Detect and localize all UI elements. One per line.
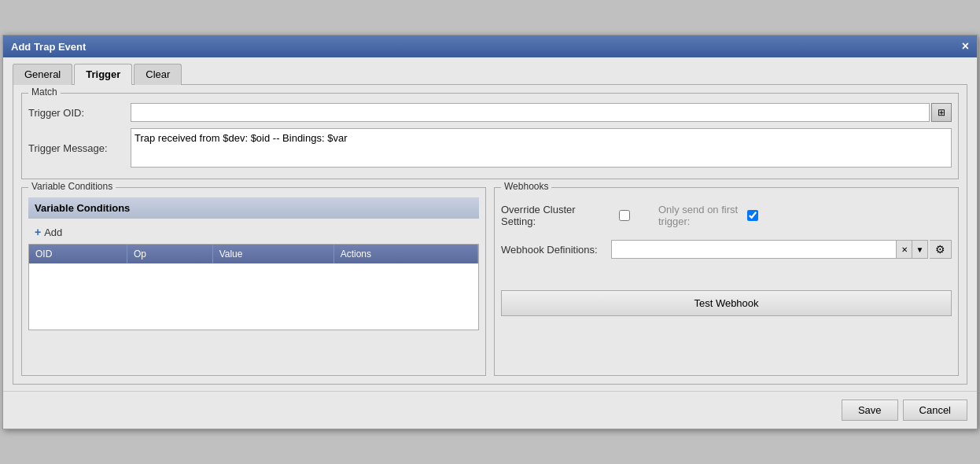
webhook-api-button[interactable]: ⚙ xyxy=(930,240,952,259)
api-icon: ⚙ xyxy=(935,243,945,256)
trigger-oid-input[interactable] xyxy=(131,103,930,122)
tab-clear[interactable]: Clear xyxy=(134,64,182,85)
vc-table-container: OID Op Value Actions xyxy=(28,244,479,330)
vc-section: Variable Conditions Variable Conditions … xyxy=(21,187,486,376)
override-cluster-row: Override ClusterSetting: Only send on fi… xyxy=(501,204,952,227)
save-button[interactable]: Save xyxy=(842,400,898,421)
only-first-trigger-group: Only send on firsttrigger: xyxy=(658,204,758,227)
add-trap-event-dialog: Add Trap Event × General Trigger Clear M… xyxy=(2,35,978,429)
tab-content: Match Trigger OID: ⊞ Trigger Message: xyxy=(13,84,967,385)
tab-trigger[interactable]: Trigger xyxy=(74,64,132,85)
vc-header: Variable Conditions xyxy=(28,197,479,219)
trigger-message-row: Trigger Message: xyxy=(28,128,952,168)
two-panels: Variable Conditions Variable Conditions … xyxy=(21,187,959,376)
dialog-body: General Trigger Clear Match Trigger OID: xyxy=(3,57,977,391)
only-first-trigger-label: Only send on firsttrigger: xyxy=(658,204,738,227)
dialog-footer: Save Cancel xyxy=(3,391,977,429)
add-condition-button[interactable]: + Add xyxy=(28,223,68,241)
col-op: Op xyxy=(127,245,213,263)
browse-icon: ⊞ xyxy=(938,107,945,118)
wh-section: Webhooks Override ClusterSetting: On xyxy=(494,187,959,376)
x-icon: ✕ xyxy=(901,245,908,254)
override-cluster-checkbox-group xyxy=(619,210,630,221)
webhooks-panel: Webhooks Override ClusterSetting: On xyxy=(494,187,959,376)
tabs-bar: General Trigger Clear xyxy=(13,64,967,85)
only-first-trigger-checkbox[interactable] xyxy=(747,210,758,221)
trigger-oid-label: Trigger OID: xyxy=(28,107,131,119)
webhook-def-input-group: ✕ ▼ ⚙ xyxy=(611,240,952,259)
webhook-def-row: Webhook Definitions: ✕ ▼ xyxy=(501,240,952,259)
vc-table: OID Op Value Actions xyxy=(29,245,478,263)
override-cluster-label: Override ClusterSetting: xyxy=(501,204,611,227)
dialog-titlebar: Add Trap Event × xyxy=(3,35,977,57)
variable-conditions-panel: Variable Conditions Variable Conditions … xyxy=(21,187,486,376)
col-oid: OID xyxy=(29,245,127,263)
chevron-down-icon: ▼ xyxy=(916,245,924,254)
vc-legend: Variable Conditions xyxy=(28,181,116,192)
dialog-title: Add Trap Event xyxy=(11,41,86,53)
vc-table-header-row: OID Op Value Actions xyxy=(29,245,478,263)
webhook-def-label: Webhook Definitions: xyxy=(501,244,611,256)
override-cluster-checkbox[interactable] xyxy=(619,210,630,221)
trigger-message-label: Trigger Message: xyxy=(28,142,131,154)
cancel-button[interactable]: Cancel xyxy=(903,400,967,421)
plus-icon: + xyxy=(35,226,41,238)
webhook-def-input[interactable] xyxy=(611,240,897,259)
oid-input-group: ⊞ xyxy=(131,103,952,122)
wh-legend: Webhooks xyxy=(501,181,551,192)
tab-general[interactable]: General xyxy=(13,64,72,85)
col-value: Value xyxy=(212,245,333,263)
trigger-oid-row: Trigger OID: ⊞ xyxy=(28,103,952,122)
close-button[interactable]: × xyxy=(962,40,969,53)
trigger-message-input[interactable] xyxy=(131,128,952,168)
webhook-clear-button[interactable]: ✕ xyxy=(897,240,912,259)
match-section: Match Trigger OID: ⊞ Trigger Message: xyxy=(21,93,959,179)
test-webhook-button[interactable]: Test Webhook xyxy=(501,290,952,316)
match-legend: Match xyxy=(28,87,61,98)
oid-browse-button[interactable]: ⊞ xyxy=(931,103,952,122)
col-actions: Actions xyxy=(333,245,478,263)
webhook-dropdown-button[interactable]: ▼ xyxy=(912,240,928,259)
